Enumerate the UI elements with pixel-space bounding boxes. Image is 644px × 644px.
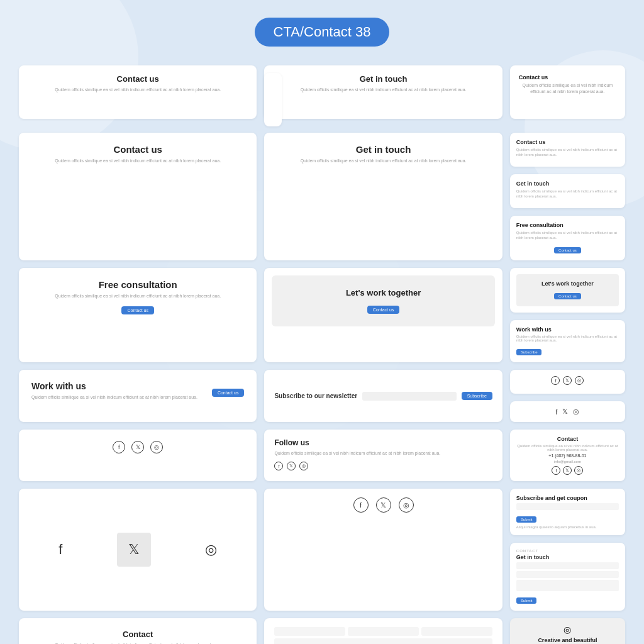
- card-lets-work-row2: Let's work together Contact us: [264, 268, 502, 362]
- contact-us-sm-text: Quidem officiis similique ea si vel nibh…: [519, 82, 616, 95]
- contact-us-sm-title: Contact us: [519, 74, 616, 80]
- card-social-letters-row5: f 𝕏 ◎: [19, 489, 257, 611]
- ig-icon: ◎: [150, 441, 163, 453]
- subscribe-btn-mini[interactable]: Subscribe: [516, 349, 542, 355]
- follow-us-text: Quidem officiis similique ea si vel nibh…: [274, 450, 492, 457]
- tw-icon: 𝕏: [131, 441, 144, 453]
- coupon-input-mini[interactable]: [516, 503, 619, 510]
- contact-btn-row3[interactable]: Contact us: [212, 389, 244, 397]
- contact-mini-text: Quidem officiis similique ea si vel nibh…: [516, 444, 619, 452]
- tw-plain-mini: 𝕏: [562, 408, 568, 416]
- fb-icon-row4: f: [274, 462, 283, 470]
- fb-circle-row5: f: [353, 497, 369, 513]
- fname-input[interactable]: [274, 627, 345, 636]
- free-consult-title: Free consultation: [31, 279, 244, 290]
- header-badge: CTA/Contact 38: [255, 18, 390, 47]
- card-work-with-us-row3: Work with us Quidem officiis similique e…: [19, 370, 257, 422]
- email-input-mini[interactable]: [516, 571, 619, 578]
- lets-work-title: Let's work together: [278, 288, 488, 297]
- tw-letter: 𝕏: [128, 541, 140, 557]
- header: CTA/Contact 38: [0, 0, 644, 59]
- phone-mini: +1 (402) 968-88-01: [516, 453, 619, 458]
- cards-grid: Contact us Quidem officiis similique ea …: [0, 59, 644, 139]
- ig-plain-mini: ◎: [573, 408, 579, 416]
- ig-icon-creative: ◎: [516, 625, 619, 635]
- message-input-mini[interactable]: [516, 580, 619, 591]
- card-free-consultation-row2: Free consultation Quidem officiis simili…: [19, 268, 257, 362]
- mini-text-3: Quidem officiis similique ea si vel nibh…: [516, 230, 619, 241]
- ig-circle-row5: ◎: [399, 497, 414, 513]
- subscribe-label: Subscribe to our newsletter: [274, 392, 357, 399]
- contact-info-title: Contact: [31, 630, 244, 639]
- email-form-input[interactable]: [421, 627, 492, 636]
- work-mini-text: Quidem officiis similique ea si vel nibh…: [516, 335, 619, 342]
- subscribe-input[interactable]: [362, 392, 457, 401]
- work-with-us-text: Quidem officiis similique ea si vel nibh…: [31, 394, 197, 401]
- contact-text-main: Quidem officiis similique ea si vel nibh…: [31, 158, 244, 164]
- contact-btn-mini2[interactable]: Contact us: [554, 293, 581, 299]
- fb-icon: f: [113, 441, 125, 453]
- card-contact-form-row6: Submit: [264, 618, 502, 644]
- subscribe-btn-row3[interactable]: Subscribe: [462, 392, 492, 400]
- card-follow-us-text-row4: Follow us Quidem officiis similique ea s…: [264, 430, 502, 481]
- follow-us-title: Follow us: [274, 438, 492, 447]
- badge-number: 38: [355, 24, 370, 40]
- card-contact-info-row6: Contact Quidem officiis similique ea si …: [19, 618, 257, 644]
- col5-row6: ◎ Creative and beautiful Aliqui integra …: [510, 618, 625, 644]
- lname-input[interactable]: [348, 627, 419, 636]
- coupon-text-mini: Aliqui integra quaestio alquam phacebus …: [516, 525, 619, 529]
- get-in-touch-text: Quidem officiis similique ea si vel nibh…: [273, 87, 493, 93]
- col5-row4: Contact Quidem officiis similique ea si …: [510, 430, 625, 481]
- message-form-input[interactable]: [274, 638, 492, 644]
- col5-row5: Subscribe and get coupon Submit Aliqui i…: [510, 489, 625, 611]
- card-get-in-touch-row1: Get in touch Quidem officiis similique e…: [264, 133, 502, 260]
- tw-contact-mini: 𝕏: [563, 466, 572, 475]
- col5-row1: Contact us Quidem officiis similique ea …: [510, 133, 625, 260]
- submit-btn-mini2[interactable]: Submit: [516, 597, 537, 604]
- mini-text-2: Quidem officiis similique ea si vel nibh…: [516, 189, 619, 199]
- card-get-in-touch-sm: [264, 73, 282, 126]
- tw-circle-row5: 𝕏: [376, 497, 391, 513]
- card-subscribe-coupon-mini: Subscribe and get coupon Submit Aliqui i…: [510, 489, 625, 535]
- contact-label-mini: CONTACT: [516, 549, 619, 553]
- fb-letter: f: [58, 541, 62, 558]
- fb-icon-mini: f: [551, 376, 560, 385]
- card-follow-us-row4: f 𝕏 ◎: [19, 430, 257, 481]
- col5-row2: Let's work together Contact us Work with…: [510, 268, 625, 362]
- tw-icon-mini: 𝕏: [563, 376, 572, 385]
- card-get-in-touch-mini-row5: CONTACT Get in touch Submit: [510, 543, 625, 611]
- card-contact-us-sm: Contact us Quidem officiis similique ea …: [510, 65, 625, 119]
- card-contact-us-row1: Contact us Quidem officiis similique ea …: [19, 133, 257, 260]
- card-work-with-us-mini: Work with us Quidem officiis similique e…: [510, 320, 625, 362]
- ig-contact-mini: ◎: [574, 466, 583, 475]
- card-subscribe-row3: Subscribe to our newsletter Subscribe: [264, 370, 502, 422]
- get-in-touch-title: Get in touch: [273, 74, 493, 84]
- col5-row3: f 𝕏 ◎ f 𝕏 ◎: [510, 370, 625, 422]
- contact-btn-lets-work[interactable]: Contact us: [367, 306, 399, 314]
- card-social-circles-mini: f 𝕏 ◎: [510, 370, 625, 394]
- contact-btn-row2[interactable]: Contact us: [121, 306, 153, 314]
- fb-plain-mini: f: [555, 408, 557, 416]
- contact-us-title: Contact us: [28, 74, 248, 84]
- card-creative-mini: ◎ Creative and beautiful Aliqui integra …: [510, 618, 625, 644]
- submit-btn-mini[interactable]: Submit: [516, 516, 537, 523]
- get-in-touch-title-main: Get in touch: [277, 144, 489, 155]
- card-social-plain-mini: f 𝕏 ◎: [510, 401, 625, 422]
- tw-icon-row4: 𝕏: [287, 462, 296, 470]
- card-contact-mini-1: Contact us Quidem officiis similique ea …: [510, 133, 625, 167]
- badge-label: CTA/Contact: [274, 24, 352, 40]
- ig-icon-row4: ◎: [299, 462, 308, 470]
- card-contact-us-wide: Contact us Quidem officiis similique ea …: [19, 65, 257, 119]
- contact-btn-mini[interactable]: Contact us: [554, 247, 581, 253]
- card-get-in-touch-mini-1: Get in touch Quidem officiis similique e…: [510, 174, 625, 208]
- name-input-mini[interactable]: [516, 562, 619, 569]
- contact-us-text: Quidem officiis similique ea si vel nibh…: [28, 87, 248, 93]
- get-in-touch-text-main: Quidem officiis similique ea si vel nibh…: [277, 158, 489, 164]
- tw-letter-bg: 𝕏: [117, 533, 151, 567]
- fb-contact-mini: f: [552, 466, 560, 475]
- ig-icon-mini: ◎: [575, 376, 584, 385]
- card-get-in-touch-wide: Get in touch Quidem officiis similique e…: [264, 65, 502, 119]
- card-free-consultation-mini-1: Free consultation Quidem officiis simili…: [510, 216, 625, 261]
- email-mini: info@gmail.com: [516, 460, 619, 464]
- contact-title-main: Contact us: [31, 144, 244, 155]
